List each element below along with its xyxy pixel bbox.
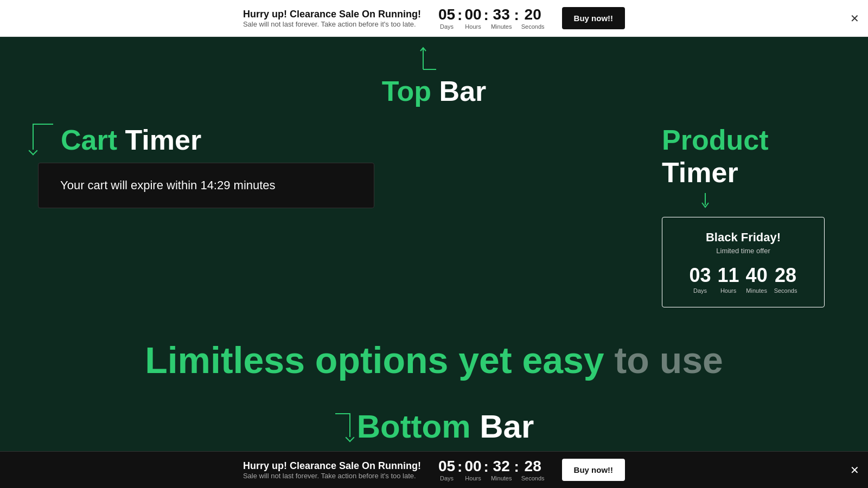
product-timer-hours-unit: 11 Hours [718, 266, 739, 294]
bottom-bar-seconds-unit: 28 Seconds [521, 459, 545, 481]
product-timer-box: Black Friday! Limited time offer 03 Days… [662, 217, 825, 307]
top-bar-subtitle: Sale will not last forever. Take action … [243, 20, 421, 28]
top-bar-colon-2: : [484, 8, 489, 29]
bottom-bar-hours-unit: 00 Hours [464, 459, 481, 481]
tagline-part2-faded: to use [604, 339, 723, 381]
cart-timer-label: Cart Timer [61, 124, 201, 156]
bottom-bar-arrow-icon [334, 413, 350, 438]
bottom-bar-label-green: Bottom [357, 408, 471, 445]
product-timer-numbers: 03 Days 11 Hours 40 Minutes 28 Seconds [673, 266, 813, 294]
top-bar: Hurry up! Clearance Sale On Running! Sal… [0, 0, 868, 37]
product-timer-days-number: 03 [690, 266, 711, 285]
product-timer-seconds-number: 28 [775, 266, 796, 285]
bottom-bar-buy-button[interactable]: Buy now!! [562, 459, 626, 481]
bottom-bar-label-row: Bottom Bar [334, 408, 534, 445]
top-bar-label-green: Top [382, 75, 431, 107]
top-bar-colon-3: : [514, 8, 519, 29]
top-bar-hours-label: Hours [465, 23, 481, 30]
product-timer-days-label: Days [693, 287, 707, 294]
top-bar-hours-number: 00 [464, 7, 481, 22]
top-bar-seconds-unit: 20 Seconds [521, 7, 545, 30]
bottom-bar-timer: 05 Days : 00 Hours : 32 Minutes : 28 Sec… [438, 459, 545, 481]
tagline-text: Limitless options yet easy to use [33, 340, 835, 381]
product-timer-hours-number: 11 [718, 266, 739, 285]
top-bar-days-label: Days [440, 23, 454, 30]
product-timer-minutes-number: 40 [746, 266, 768, 285]
product-timer-label-green: Product [662, 124, 768, 156]
bottom-bar-hours-number: 00 [464, 459, 481, 474]
bottom-bar-label-section: Bottom Bar [0, 402, 868, 453]
bottom-bar-hours-label: Hours [465, 475, 481, 481]
top-bar-hours-unit: 00 Hours [464, 7, 481, 30]
product-timer-label: Product Timer [662, 124, 835, 189]
product-timer-seconds-unit: 28 Seconds [774, 266, 797, 294]
top-bar-buy-button[interactable]: Buy now!! [562, 7, 626, 29]
bottom-bar-label-white: Bar [471, 408, 534, 445]
bottom-bar-days-unit: 05 Days [438, 459, 455, 481]
bottom-bar-seconds-label: Seconds [521, 475, 545, 481]
tagline-part1-green: Limitless options yet easy [145, 339, 604, 381]
product-timer-subtitle: Limited time offer [673, 247, 813, 255]
top-bar-seconds-label: Seconds [521, 23, 545, 30]
bottom-bar-colon-2: : [484, 459, 489, 481]
product-timer-title: Black Friday! [673, 230, 813, 245]
bottom-bar-close-button[interactable]: ✕ [850, 464, 859, 477]
top-bar-minutes-label: Minutes [491, 23, 512, 30]
product-timer-minutes-unit: 40 Minutes [746, 266, 768, 294]
cart-timer-text: Your cart will expire within 14:29 minut… [60, 178, 276, 192]
product-timer-label-white: Timer [662, 157, 738, 188]
top-bar-title: Hurry up! Clearance Sale On Running! [243, 9, 421, 20]
product-timer-arrow-icon [700, 193, 835, 211]
bottom-bar-subtitle: Sale will not last forever. Take action … [243, 472, 421, 480]
cart-timer-section: Cart Timer Your cart will expire within … [33, 113, 662, 307]
bottom-bar-label: Bottom Bar [357, 408, 534, 445]
product-timer-days-unit: 03 Days [690, 266, 711, 294]
two-column-layout: Cart Timer Your cart will expire within … [0, 107, 868, 307]
product-timer-hours-label: Hours [720, 287, 736, 294]
top-bar-minutes-unit: 33 Minutes [491, 7, 512, 30]
bottom-bar-days-number: 05 [438, 459, 455, 474]
bottom-bar: Hurry up! Clearance Sale On Running! Sal… [0, 451, 868, 488]
product-timer-minutes-label: Minutes [746, 287, 767, 294]
bottom-bar-minutes-label: Minutes [491, 475, 512, 481]
product-timer-seconds-label: Seconds [774, 287, 797, 294]
tagline-section: Limitless options yet easy to use [0, 307, 868, 402]
top-bar-seconds-number: 20 [525, 7, 541, 22]
cart-timer-box: Your cart will expire within 14:29 minut… [38, 163, 374, 208]
bottom-bar-minutes-number: 32 [493, 459, 510, 474]
bottom-bar-text: Hurry up! Clearance Sale On Running! Sal… [243, 460, 421, 480]
bottom-bar-colon-3: : [514, 459, 519, 481]
top-bar-days-number: 05 [438, 7, 455, 22]
cart-timer-label-white: Timer [117, 124, 201, 156]
product-timer-section: Product Timer Black Friday! Limited time… [662, 113, 835, 307]
top-bar-colon-1: : [457, 8, 462, 29]
top-bar-minutes-number: 33 [493, 7, 510, 22]
bottom-bar-colon-1: : [457, 459, 462, 481]
top-bar-timer: 05 Days : 00 Hours : 33 Minutes : 20 Sec… [438, 7, 545, 30]
bottom-bar-days-label: Days [440, 475, 454, 481]
top-bar-arrow-icon [418, 46, 450, 73]
top-bar-label-white: Bar [431, 75, 486, 107]
cart-timer-label-green: Cart [61, 124, 117, 156]
top-bar-close-button[interactable]: ✕ [850, 12, 859, 25]
top-bar-section-label: Top Bar [382, 75, 487, 107]
top-bar-text: Hurry up! Clearance Sale On Running! Sal… [243, 9, 421, 28]
bottom-bar-seconds-number: 28 [525, 459, 541, 474]
product-timer-label-row: Product Timer [662, 124, 835, 189]
main-content: Top Bar Cart Timer Your cart will expire… [0, 0, 868, 488]
top-bar-label-section: Top Bar [0, 37, 868, 107]
cart-timer-arrow-icon [33, 124, 54, 151]
bottom-bar-minutes-unit: 32 Minutes [491, 459, 512, 481]
bottom-bar-title: Hurry up! Clearance Sale On Running! [243, 460, 421, 472]
top-bar-days-unit: 05 Days [438, 7, 455, 30]
